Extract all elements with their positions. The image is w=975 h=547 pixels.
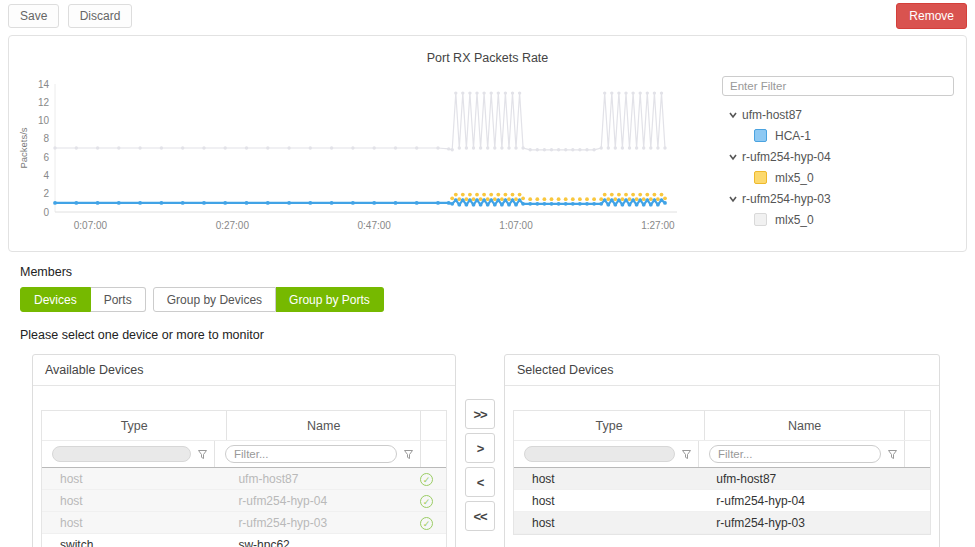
svg-text:1:27:00: 1:27:00	[641, 220, 675, 231]
move-left-button[interactable]: <	[465, 467, 495, 497]
chevron-down-icon[interactable]	[728, 152, 742, 162]
chart-title: Port RX Packets Rate	[9, 36, 966, 65]
transfer-buttons: >> > < <<	[456, 399, 504, 531]
chevron-down-icon[interactable]	[728, 194, 742, 204]
svg-text:0:47:00: 0:47:00	[357, 220, 391, 231]
svg-text:4: 4	[43, 170, 49, 181]
tree-node-r-ufm254-hyp-03[interactable]: r-ufm254-hyp-03	[722, 188, 960, 209]
tree-node-label: r-ufm254-hyp-04	[742, 150, 831, 164]
move-right-button[interactable]: >	[465, 433, 495, 463]
tree-node-label: ufm-host87	[742, 108, 802, 122]
svg-text:1:07:00: 1:07:00	[499, 220, 533, 231]
table-row[interactable]: hostufm-host87	[514, 468, 930, 490]
column-header-name[interactable]: Name	[226, 411, 420, 440]
column-header-name[interactable]: Name	[704, 411, 904, 440]
tree-group: ufm-host87 HCA-1	[722, 104, 960, 146]
toolbar: Save Discard Remove	[0, 0, 975, 32]
save-button[interactable]: Save	[8, 4, 59, 28]
available-devices-panel: Available Devices Type Name	[32, 354, 456, 547]
tab-group-by-devices[interactable]: Group by Devices	[153, 287, 276, 312]
remove-button[interactable]: Remove	[896, 3, 967, 29]
device-picker: Available Devices Type Name	[32, 354, 975, 547]
tree-group: r-ufm254-hyp-03 mlx5_0	[722, 188, 960, 230]
table-row: hostr-ufm254-hyp-04 ✓	[42, 490, 446, 512]
svg-text:0:07:00: 0:07:00	[74, 220, 108, 231]
column-header-status	[904, 411, 930, 440]
tree-leaf-mlx5-0[interactable]: mlx5_0	[722, 167, 960, 188]
select-device-hint: Please select one device or more to moni…	[20, 328, 975, 342]
table-row: hostufm-host87 ✓	[42, 468, 446, 490]
table-row[interactable]: switchsw-hpc62	[42, 534, 446, 547]
type-filter-select[interactable]	[52, 446, 191, 462]
svg-text:2: 2	[43, 188, 49, 199]
column-header-type[interactable]: Type	[42, 411, 226, 440]
series-color-swatch[interactable]	[754, 129, 767, 142]
devices-ports-toggle: Devices Ports	[20, 287, 146, 312]
svg-text:10: 10	[38, 115, 50, 126]
tree-leaf-mlx5-0[interactable]: mlx5_0	[722, 209, 960, 230]
column-header-status	[420, 411, 446, 440]
column-header-type[interactable]: Type	[514, 411, 704, 440]
rx-packets-rate-chart: 024681012140:07:000:27:000:47:001:07:001…	[15, 74, 705, 239]
selected-devices-panel: Selected Devices Type Name	[504, 354, 940, 547]
selected-devices-table: Type Name	[513, 410, 931, 535]
grouping-toggle: Group by Devices Group by Ports	[153, 287, 384, 312]
name-filter-input[interactable]	[225, 445, 397, 463]
tree-leaf-label: HCA-1	[775, 129, 811, 143]
svg-text:8: 8	[43, 133, 49, 144]
tree-filter-input[interactable]	[722, 76, 954, 96]
svg-text:0:27:00: 0:27:00	[216, 220, 250, 231]
chevron-down-icon[interactable]	[728, 110, 742, 120]
tab-devices[interactable]: Devices	[20, 287, 91, 312]
filter-funnel-icon[interactable]	[887, 449, 898, 460]
legend-tree: ufm-host87 HCA-1 r-ufm254-hyp-04 mlx5_0	[722, 104, 960, 230]
svg-text:6: 6	[43, 152, 49, 163]
tab-ports[interactable]: Ports	[91, 287, 146, 312]
selected-check-icon: ✓	[420, 517, 433, 530]
tree-node-r-ufm254-hyp-04[interactable]: r-ufm254-hyp-04	[722, 146, 960, 167]
name-filter-input[interactable]	[709, 445, 881, 463]
table-row[interactable]: hostr-ufm254-hyp-04	[514, 490, 930, 512]
svg-text:Packets/s: Packets/s	[18, 127, 29, 168]
members-section: Members Devices Ports Group by Devices G…	[20, 265, 975, 312]
selected-devices-title: Selected Devices	[505, 355, 939, 386]
tree-node-ufm-host87[interactable]: ufm-host87	[722, 104, 960, 125]
selected-check-icon: ✓	[420, 473, 433, 486]
svg-text:14: 14	[38, 79, 50, 90]
members-label: Members	[20, 265, 975, 279]
svg-text:12: 12	[38, 97, 50, 108]
available-devices-table: Type Name	[41, 410, 447, 547]
selected-check-icon: ✓	[420, 495, 433, 508]
tree-node-label: r-ufm254-hyp-03	[742, 192, 831, 206]
move-all-left-button[interactable]: <<	[465, 501, 495, 531]
discard-button[interactable]: Discard	[68, 4, 133, 28]
chart-legend-side: ufm-host87 HCA-1 r-ufm254-hyp-04 mlx5_0	[722, 76, 960, 230]
table-row: hostr-ufm254-hyp-03 ✓	[42, 512, 446, 534]
tree-leaf-hca-1[interactable]: HCA-1	[722, 125, 960, 146]
type-filter-select[interactable]	[524, 446, 675, 462]
series-color-swatch[interactable]	[754, 171, 767, 184]
move-all-right-button[interactable]: >>	[465, 399, 495, 429]
filter-funnel-icon[interactable]	[197, 449, 208, 460]
tree-group: r-ufm254-hyp-04 mlx5_0	[722, 146, 960, 188]
chart-panel: Port RX Packets Rate 024681012140:07:000…	[8, 35, 967, 252]
filter-funnel-icon[interactable]	[681, 449, 692, 460]
tree-leaf-label: mlx5_0	[775, 213, 814, 227]
table-row[interactable]: hostr-ufm254-hyp-03	[514, 512, 930, 534]
svg-text:0: 0	[43, 207, 49, 218]
series-color-swatch[interactable]	[754, 213, 767, 226]
available-devices-title: Available Devices	[33, 355, 455, 386]
filter-funnel-icon[interactable]	[403, 449, 414, 460]
tab-group-by-ports[interactable]: Group by Ports	[276, 287, 384, 312]
tree-leaf-label: mlx5_0	[775, 171, 814, 185]
